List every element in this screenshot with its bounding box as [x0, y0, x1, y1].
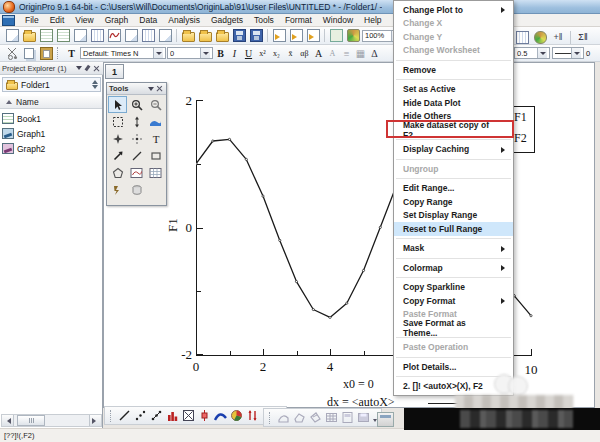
menu-edit[interactable]: Edit: [45, 14, 70, 26]
name-column-header[interactable]: Name: [0, 96, 102, 109]
polygon-plot-icon[interactable]: [292, 410, 307, 425]
increase-font-button[interactable]: A: [312, 48, 325, 59]
menu-item-copy-format[interactable]: Copy Format: [394, 294, 513, 308]
folder-row[interactable]: Folder1: [2, 77, 101, 92]
box-chart-icon[interactable]: [197, 408, 212, 423]
italic-button[interactable]: I: [228, 48, 241, 59]
new-excel-icon[interactable]: [55, 28, 71, 43]
area-plot-icon[interactable]: [213, 408, 228, 423]
menu-tools[interactable]: Tools: [249, 14, 279, 26]
menu-item-hide-data-plot[interactable]: Hide Data Plot: [394, 96, 513, 110]
menu-view[interactable]: View: [70, 14, 98, 26]
recalculate-icon[interactable]: [328, 28, 344, 43]
menu-item-remove[interactable]: Remove: [394, 63, 513, 77]
menu-item-display-caching[interactable]: Display Caching: [394, 143, 513, 157]
insert-graph-tool[interactable]: [127, 164, 146, 181]
underline-button[interactable]: U: [242, 48, 255, 59]
document-window-icon[interactable]: [2, 15, 15, 26]
sigma-icon[interactable]: Σ‖: [575, 30, 591, 45]
menu-data[interactable]: Data: [134, 14, 162, 26]
open-excel-icon[interactable]: [214, 28, 230, 43]
vertical-translate-tool[interactable]: [127, 113, 146, 130]
font-color-button[interactable]: Δ: [368, 48, 381, 59]
insert-object-tool[interactable]: [127, 181, 146, 198]
explorer-item-graph1[interactable]: Graph1: [2, 126, 102, 141]
menu-item-colormap[interactable]: Colormap: [394, 261, 513, 275]
supersubscript-button[interactable]: x̄: [284, 49, 297, 58]
menu-item-set-display-range[interactable]: Set Display Range: [394, 209, 513, 223]
new-template-icon[interactable]: [72, 28, 88, 43]
data-selector-tool[interactable]: [108, 130, 127, 147]
greek-button[interactable]: αβ: [298, 49, 311, 58]
menu-analysis[interactable]: Analysis: [163, 14, 205, 26]
line-tool[interactable]: [127, 147, 146, 164]
decrease-font-button[interactable]: A: [326, 49, 339, 58]
menu-item-save-format-as-theme[interactable]: Save Format as Theme...: [394, 321, 513, 335]
new-matrix-icon[interactable]: [89, 28, 105, 43]
zoom-out-tool[interactable]: [146, 96, 165, 113]
explorer-item-book1[interactable]: Book1: [2, 111, 102, 126]
line-symbol-plot-icon[interactable]: [149, 408, 164, 423]
menu-item-change-worksheet[interactable]: Change Worksheet: [394, 44, 513, 58]
import-multiple-ascii-icon[interactable]: [305, 28, 321, 43]
layer-1-button[interactable]: 1: [105, 64, 124, 79]
menu-graph[interactable]: Graph: [100, 14, 134, 26]
menu-item-ungroup[interactable]: Ungroup: [394, 162, 513, 176]
insert-equation-tool[interactable]: [108, 181, 127, 198]
paste-icon[interactable]: [38, 46, 54, 61]
insert-worksheet-tool[interactable]: [146, 164, 165, 181]
vector-plot-icon[interactable]: [245, 408, 260, 423]
font-name-combo[interactable]: Default: Times N: [80, 47, 166, 59]
scatter-plot-icon[interactable]: [133, 408, 148, 423]
menu-format[interactable]: Format: [280, 14, 317, 26]
menu-item-change-x[interactable]: Change X: [394, 17, 513, 31]
pie-chart-icon[interactable]: [229, 408, 244, 423]
scale-in-tool[interactable]: [108, 113, 127, 130]
menu-item-change-y[interactable]: Change Y: [394, 30, 513, 44]
pointer-tool[interactable]: [108, 96, 127, 113]
line-plot-icon[interactable]: [117, 408, 132, 423]
batch-processing-icon[interactable]: [345, 28, 361, 43]
scroll-right-button[interactable]: [89, 415, 101, 426]
data-reader-tool[interactable]: [127, 130, 146, 147]
new-graph-icon[interactable]: [106, 28, 122, 43]
new-workbook-icon[interactable]: [38, 28, 54, 43]
polygon-plot2-icon[interactable]: [308, 410, 323, 425]
fill-area-plot-icon[interactable]: [276, 410, 291, 425]
menu-item-reset-to-full-range[interactable]: Reset to Full Range: [394, 222, 513, 236]
bold-button[interactable]: B: [214, 48, 227, 59]
minimized-window-icon[interactable]: [377, 412, 394, 427]
new-function-plot-icon[interactable]: [123, 28, 139, 43]
menu-file[interactable]: File: [20, 14, 44, 26]
horizontal-scrollbar[interactable]: [1, 414, 102, 427]
chevron-down-icon[interactable]: [200, 48, 210, 58]
text-tool[interactable]: T: [146, 130, 165, 147]
menu-item-copy-range[interactable]: Copy Range: [394, 195, 513, 209]
menu-item-edit-range[interactable]: Edit Range...: [394, 182, 513, 196]
close-icon[interactable]: [155, 84, 164, 93]
save-template-icon[interactable]: [248, 28, 264, 43]
spin-control[interactable]: [92, 77, 98, 92]
save-layout-icon[interactable]: [356, 410, 371, 425]
import-single-ascii-icon[interactable]: [288, 28, 304, 43]
menu-item-change-plot-to[interactable]: Change Plot to: [394, 3, 513, 17]
menu-window[interactable]: Window: [318, 14, 358, 26]
menu-item-paste-operation[interactable]: Paste Operation: [394, 341, 513, 355]
tools-palette-titlebar[interactable]: Tools: [107, 83, 166, 95]
chevron-down-icon[interactable]: [571, 48, 581, 58]
scrollbar-thumb[interactable]: [17, 415, 45, 426]
hatch-icon[interactable]: ▦: [354, 48, 367, 59]
add-layer-icon[interactable]: +‖: [550, 30, 566, 45]
rectangle-tool[interactable]: [146, 147, 165, 164]
x0-annotation[interactable]: x0 = 0: [343, 377, 374, 392]
matrix-image-icon[interactable]: [181, 408, 196, 423]
import-wizard-icon[interactable]: [271, 28, 287, 43]
menu-item-mask[interactable]: Mask: [394, 242, 513, 256]
polygon-tool[interactable]: [108, 164, 127, 181]
line-style-combo[interactable]: [552, 47, 584, 59]
copy-icon[interactable]: [21, 46, 37, 61]
menu-item-copy-sparkline[interactable]: Copy Sparkline: [394, 281, 513, 295]
chevron-down-icon[interactable]: [146, 84, 155, 93]
menu-gadgets[interactable]: Gadgets: [206, 14, 248, 26]
open-icon[interactable]: [21, 28, 37, 43]
